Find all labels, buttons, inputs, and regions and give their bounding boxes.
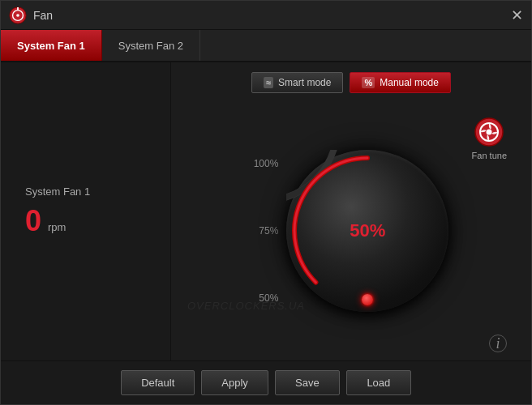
dial-outer: 50%: [286, 150, 448, 312]
fan-tune-icon: [474, 117, 504, 147]
dial-label-100: 100%: [254, 158, 279, 169]
watermark: OVERCLOCKERS.UA: [187, 300, 305, 312]
rpm-display: 0 rpm: [25, 204, 146, 238]
manual-mode-button[interactable]: % Manual mode: [350, 72, 451, 93]
fan-tune-button[interactable]: Fan tune: [472, 117, 507, 160]
rpm-unit: rpm: [48, 221, 66, 233]
content-area: System Fan 1 0 rpm ≈ Smart mode % Manual…: [1, 62, 531, 360]
smart-mode-button[interactable]: ≈ Smart mode: [251, 72, 343, 93]
svg-point-6: [487, 130, 492, 135]
main-window: Fan ✕ System Fan 1 System Fan 2 System F…: [0, 0, 532, 405]
default-button[interactable]: Default: [121, 370, 195, 395]
fan-tune-label: Fan tune: [472, 151, 507, 160]
tab-system-fan-2[interactable]: System Fan 2: [102, 30, 200, 61]
load-button[interactable]: Load: [346, 370, 411, 395]
fan-dial[interactable]: 50%: [286, 150, 448, 312]
rpm-value: 0: [25, 204, 41, 238]
smart-mode-icon: ≈: [264, 77, 273, 88]
app-logo-icon: [9, 6, 27, 24]
tabs-row: System Fan 1 System Fan 2: [1, 30, 531, 62]
dial-value: 50%: [350, 220, 385, 241]
knob-handle: [362, 294, 373, 305]
manual-mode-icon: %: [362, 77, 375, 88]
sidebar: System Fan 1 0 rpm: [1, 62, 171, 360]
dial-labels: 100% 75% 50%: [254, 150, 279, 312]
bottom-bar: Default Apply Save Load: [1, 360, 531, 404]
close-button[interactable]: ✕: [511, 8, 523, 23]
apply-button[interactable]: Apply: [201, 370, 268, 395]
window-title: Fan: [33, 9, 511, 22]
mode-buttons: ≈ Smart mode % Manual mode: [187, 72, 515, 93]
svg-point-3: [16, 14, 19, 17]
save-button[interactable]: Save: [275, 370, 340, 395]
dial-area: 100% 75% 50%: [187, 101, 515, 360]
tab-system-fan-1[interactable]: System Fan 1: [1, 30, 102, 61]
fan-name-label: System Fan 1: [25, 185, 146, 198]
title-bar: Fan ✕: [1, 1, 531, 30]
dial-label-75: 75%: [259, 225, 278, 237]
info-button[interactable]: i: [489, 335, 507, 352]
main-panel: ≈ Smart mode % Manual mode 100% 75% 50%: [171, 62, 531, 360]
